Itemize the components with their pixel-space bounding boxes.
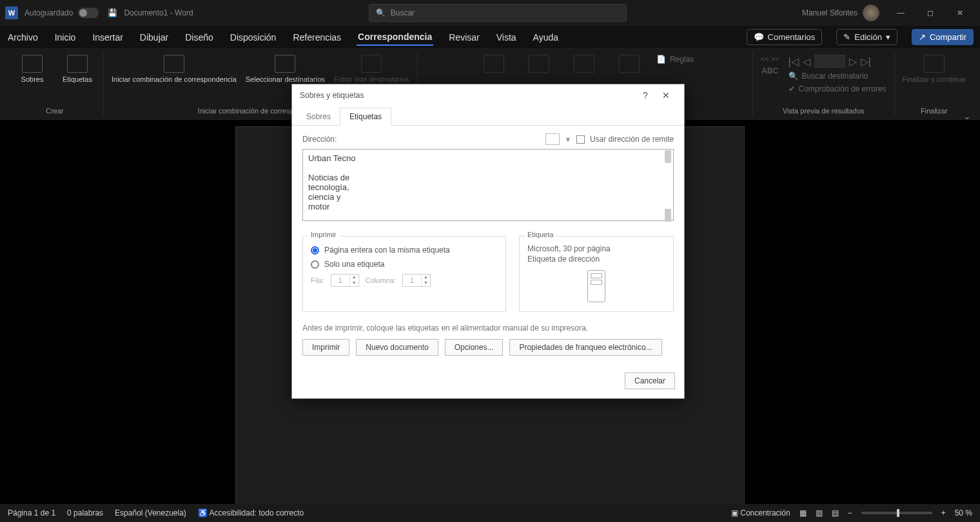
imprimir-button[interactable]: Imprimir xyxy=(302,339,349,356)
close-window-button[interactable]: ✕ xyxy=(945,3,975,23)
avatar-icon xyxy=(863,5,879,21)
field-button-1 xyxy=(476,55,512,74)
doc-icon xyxy=(619,55,640,73)
close-dialog-button[interactable]: ✕ xyxy=(656,90,676,101)
tab-sobres-dialog[interactable]: Sobres xyxy=(297,108,340,125)
recipients-icon xyxy=(275,55,295,73)
zoom-in-button[interactable]: + xyxy=(941,508,946,517)
tab-diseno[interactable]: Diseño xyxy=(184,30,215,45)
share-button[interactable]: ↗ Compartir xyxy=(912,29,974,45)
zoom-out-button[interactable]: − xyxy=(848,508,852,517)
columna-spinner: 1 ▲▼ xyxy=(402,274,431,287)
address-book-icon[interactable] xyxy=(545,133,560,145)
cancelar-button[interactable]: Cancelar xyxy=(625,372,675,389)
focus-mode[interactable]: ▣ Concentración xyxy=(731,508,790,517)
comment-icon: 💬 xyxy=(754,32,764,42)
group-vista-previa: Vista previa de resultados xyxy=(783,107,864,116)
label-sheet-icon xyxy=(587,270,605,302)
editar-lista-button: Editar lista destinatarios xyxy=(334,55,409,83)
help-button[interactable]: ? xyxy=(635,90,656,101)
last-icon: ▷| xyxy=(861,55,871,68)
view-read-icon[interactable]: ▦ xyxy=(799,508,807,517)
radio-full-page-label: Página entera con la misma etiqueta xyxy=(324,246,450,255)
tab-vista[interactable]: Vista xyxy=(495,30,518,45)
title-bar: W Autoguardado 💾 Documento1 - Word 🔍 Bus… xyxy=(0,0,980,26)
tab-inicio[interactable]: Inicio xyxy=(54,30,77,45)
fila-spinner: 1 ▲▼ xyxy=(331,274,359,287)
label-icon xyxy=(67,55,88,73)
autosave-toggle[interactable]: Autoguardado xyxy=(24,8,99,18)
editlist-icon xyxy=(361,55,382,73)
mailmerge-icon xyxy=(164,55,184,73)
field-button-2 xyxy=(521,55,557,74)
etiqueta-desc-1: Microsoft, 30 por página xyxy=(527,244,665,253)
dropdown-icon[interactable]: ▼ xyxy=(565,136,571,143)
search-box[interactable]: 🔍 Buscar xyxy=(369,4,627,22)
focus-icon: ▣ xyxy=(731,508,738,517)
scrollbar[interactable] xyxy=(663,150,672,222)
tab-archivo[interactable]: Archivo xyxy=(6,30,39,45)
save-icon[interactable]: 💾 xyxy=(108,8,117,17)
word-count[interactable]: 0 palabras xyxy=(67,508,103,517)
ribbon-tabs: Archivo Inicio Insertar Dibujar Diseño D… xyxy=(0,26,980,49)
search-placeholder: Buscar xyxy=(391,8,415,17)
iniciar-combinacion-button[interactable]: Iniciar combinación de correspondencia xyxy=(112,55,237,83)
view-print-icon[interactable]: ▥ xyxy=(816,508,823,517)
first-icon: |◁ xyxy=(789,55,799,68)
zoom-slider[interactable] xyxy=(861,512,932,514)
etiqueta-fieldset[interactable]: Etiqueta Microsoft, 30 por página Etique… xyxy=(519,236,674,312)
comprobacion-errores-button: ✔Comprobación de errores xyxy=(789,84,887,93)
etiquetas-button[interactable]: Etiquetas xyxy=(59,55,95,83)
tab-disposicion[interactable]: Disposición xyxy=(229,30,278,45)
use-return-address-label: Usar dirección de remite xyxy=(590,135,674,144)
etiqueta-desc-2: Etiqueta de dirección xyxy=(527,255,665,264)
radio-single-label[interactable] xyxy=(311,260,319,269)
radio-full-page[interactable] xyxy=(311,246,319,255)
user-account[interactable]: Manuel Sifontes xyxy=(802,5,879,21)
nuevo-documento-button[interactable]: Nuevo documento xyxy=(356,339,438,356)
word-app-icon: W xyxy=(5,6,18,19)
tab-dibujar[interactable]: Dibujar xyxy=(139,30,170,45)
tab-etiquetas-dialog[interactable]: Etiquetas xyxy=(340,108,391,126)
etiqueta-legend: Etiqueta xyxy=(525,231,556,238)
toggle-switch-icon[interactable] xyxy=(78,8,99,18)
share-icon: ↗ xyxy=(919,32,926,42)
imprimir-fieldset: Imprimir Página entera con la misma etiq… xyxy=(302,236,506,312)
sobres-etiquetas-dialog: Sobres y etiquetas ? ✕ Sobres Etiquetas … xyxy=(291,84,685,399)
columna-label: Columna: xyxy=(366,276,396,284)
address-textarea[interactable] xyxy=(302,149,674,221)
tab-correspondencia[interactable]: Correspondencia xyxy=(357,29,433,46)
opciones-button[interactable]: Opciones... xyxy=(445,339,504,356)
finish-icon xyxy=(924,55,945,73)
fila-label: Fila: xyxy=(311,276,324,284)
tab-ayuda[interactable]: Ayuda xyxy=(532,30,560,45)
status-bar: Página 1 de 1 0 palabras Español (Venezu… xyxy=(0,504,980,522)
rules-icon: 📄 xyxy=(656,55,666,64)
next-icon: ▷ xyxy=(849,55,857,68)
autosave-label: Autoguardado xyxy=(24,8,73,17)
maximize-button[interactable]: ◻ xyxy=(916,3,945,23)
direccion-label: Dirección: xyxy=(302,135,337,144)
tab-revisar[interactable]: Revisar xyxy=(447,30,480,45)
page-indicator[interactable]: Página 1 de 1 xyxy=(8,508,55,517)
zoom-level[interactable]: 50 % xyxy=(955,508,972,517)
editing-mode-button[interactable]: ✎ Edición ▾ xyxy=(836,29,897,45)
record-number-box xyxy=(814,55,845,68)
scroll-thumb-top xyxy=(665,150,671,163)
field-button-4 xyxy=(611,55,647,74)
seleccionar-destinatarios-button[interactable]: Seleccionar destinatarios xyxy=(246,55,325,83)
tab-referencias[interactable]: Referencias xyxy=(291,30,342,45)
propiedades-franqueo-button[interactable]: Propiedades de franqueo electrónico... xyxy=(509,339,662,356)
comments-button[interactable]: 💬 Comentarios xyxy=(747,29,823,45)
use-return-address-checkbox[interactable] xyxy=(576,135,585,144)
accessibility-status[interactable]: ♿ Accesibilidad: todo correcto xyxy=(198,508,304,517)
finalizar-combinar-button: Finalizar y combinar xyxy=(903,55,966,83)
minimize-button[interactable]: — xyxy=(886,3,916,23)
prev-icon: ◁ xyxy=(803,55,810,68)
scroll-thumb-bottom xyxy=(665,209,671,222)
envelope-icon xyxy=(22,55,43,73)
language-indicator[interactable]: Español (Venezuela) xyxy=(115,508,186,517)
sobres-button[interactable]: Sobres xyxy=(14,55,50,83)
tab-insertar[interactable]: Insertar xyxy=(91,30,124,45)
view-web-icon[interactable]: ▤ xyxy=(832,508,839,517)
